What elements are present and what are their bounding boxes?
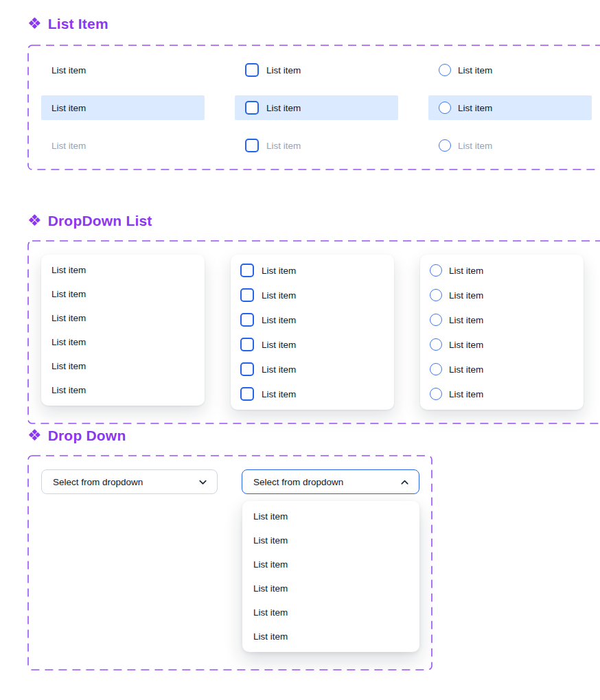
menu-item-label: List item (51, 313, 86, 323)
checkbox[interactable] (240, 338, 254, 351)
radio-button[interactable] (439, 102, 451, 114)
checkbox-menu-item[interactable]: List item (231, 332, 394, 357)
menu-item-label: List item (253, 583, 288, 594)
component-diamond-icon: ❖ (27, 16, 42, 32)
radio-button[interactable] (439, 64, 451, 76)
radio-button[interactable] (430, 388, 442, 400)
menu-item-label: List item (449, 290, 483, 301)
component-diamond-icon: ❖ (27, 428, 42, 443)
checkbox-list-item-selected[interactable]: List item (235, 95, 398, 120)
dropdown-panel-plain: List item List item List item List item … (41, 255, 205, 406)
checkbox-list-item[interactable]: List item (235, 58, 398, 82)
radio-menu-item[interactable]: List item (420, 307, 584, 332)
list-item-label: List item (458, 65, 492, 75)
checkbox[interactable] (245, 101, 259, 115)
menu-item-label: List item (51, 385, 86, 395)
checkbox-menu-item[interactable]: List item (231, 307, 394, 332)
menu-item-label: List item (449, 389, 483, 399)
menu-item-label: List item (51, 265, 86, 275)
menu-item[interactable]: List item (41, 282, 205, 306)
list-item-label: List item (458, 141, 492, 151)
component-sheet: ❖ List Item List item List item List ite… (0, 0, 600, 700)
radio-button[interactable] (430, 314, 442, 326)
list-item-label: List item (266, 65, 301, 75)
checkbox-menu-item[interactable]: List item (231, 357, 394, 382)
radio-button[interactable] (430, 264, 442, 277)
dropdown-select-open[interactable]: Select from dropdown (242, 469, 419, 494)
section-title: DropDown List (48, 213, 152, 229)
menu-item[interactable]: List item (242, 504, 419, 528)
checkbox-menu-item[interactable]: List item (231, 283, 394, 307)
menu-item-label: List item (262, 290, 296, 301)
select-value: Select from dropdown (253, 477, 343, 487)
list-item-disabled: List item (41, 133, 205, 158)
dropdown-open-menu: List item List item List item List item … (242, 501, 419, 652)
dropdown-list-frame: List item List item List item List item … (27, 240, 600, 424)
dropdown-panel-radio: List item List item List item List item … (420, 255, 584, 410)
checkbox[interactable] (240, 288, 254, 302)
radio-button[interactable] (430, 363, 442, 375)
menu-item[interactable]: List item (41, 306, 205, 330)
section-title: List Item (48, 16, 108, 32)
radio-menu-item[interactable]: List item (420, 258, 584, 283)
menu-item-label: List item (51, 337, 86, 347)
menu-item-label: List item (262, 315, 296, 325)
menu-item[interactable]: List item (242, 625, 419, 649)
menu-item[interactable]: List item (41, 354, 205, 378)
menu-item-label: List item (253, 607, 288, 618)
checkbox[interactable] (240, 362, 254, 376)
menu-item[interactable]: List item (41, 378, 205, 402)
checkbox-menu-item[interactable]: List item (231, 382, 394, 406)
list-item[interactable]: List item (41, 58, 205, 82)
menu-item-label: List item (253, 511, 288, 522)
menu-item-label: List item (51, 289, 86, 299)
list-item-label: List item (266, 103, 301, 113)
list-item-frame: List item List item List item List item … (27, 45, 600, 170)
menu-item-label: List item (449, 364, 483, 375)
section-header-list-item: ❖ List Item (27, 16, 108, 32)
menu-item[interactable]: List item (242, 552, 419, 576)
chevron-down-icon (198, 477, 208, 487)
menu-item-label: List item (262, 340, 296, 350)
dropdown-panel-checkbox: List item List item List item List item … (231, 255, 394, 410)
drop-down-frame: Select from dropdown Select from dropdow… (27, 455, 432, 670)
menu-item[interactable]: List item (41, 330, 205, 354)
radio-menu-item[interactable]: List item (420, 332, 584, 357)
checkbox-list-item-disabled: List item (235, 133, 398, 158)
menu-item-label: List item (262, 266, 296, 276)
radio-menu-item[interactable]: List item (420, 357, 584, 382)
section-title: Drop Down (48, 428, 126, 444)
chevron-up-icon (400, 477, 410, 487)
list-item-label: List item (458, 103, 492, 113)
menu-item-label: List item (449, 315, 483, 325)
checkbox-menu-item[interactable]: List item (231, 258, 394, 283)
section-header-dropdown-list: ❖ DropDown List (27, 213, 152, 229)
menu-item-label: List item (253, 559, 288, 570)
radio-button[interactable] (430, 289, 442, 301)
menu-item-label: List item (449, 266, 483, 276)
checkbox[interactable] (245, 63, 259, 77)
checkbox[interactable] (240, 264, 254, 277)
checkbox-list-column: List item List item List item (235, 58, 398, 158)
radio-menu-item[interactable]: List item (420, 382, 584, 406)
checkbox[interactable] (240, 387, 254, 401)
radio-list-column: List item List item List item (428, 58, 592, 158)
menu-item[interactable]: List item (242, 600, 419, 625)
dropdown-select-closed[interactable]: Select from dropdown (41, 469, 218, 494)
radio-list-item[interactable]: List item (428, 58, 592, 82)
checkbox[interactable] (240, 313, 254, 327)
radio-menu-item[interactable]: List item (420, 283, 584, 307)
menu-item-label: List item (51, 361, 86, 371)
radio-button[interactable] (430, 338, 442, 351)
menu-item[interactable]: List item (242, 576, 419, 600)
menu-item[interactable]: List item (242, 528, 419, 552)
section-header-drop-down: ❖ Drop Down (27, 428, 126, 444)
radio-list-item-selected[interactable]: List item (428, 95, 592, 120)
component-diamond-icon: ❖ (27, 213, 42, 229)
radio-list-item-disabled: List item (428, 133, 592, 158)
list-item-selected[interactable]: List item (41, 95, 205, 120)
checkbox (245, 139, 259, 152)
list-item-label: List item (51, 65, 86, 75)
list-item-label: List item (51, 141, 86, 151)
menu-item[interactable]: List item (41, 258, 205, 282)
